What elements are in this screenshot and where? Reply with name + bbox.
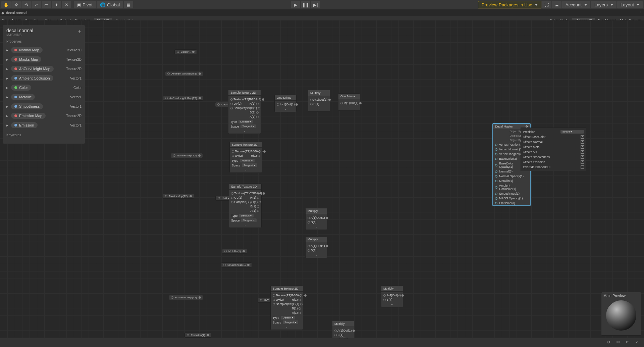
property-pill[interactable]: Smoothness xyxy=(11,103,43,109)
property-row[interactable]: ▸ Ambient Occlusion Vector1 xyxy=(6,73,82,83)
property-pill[interactable]: Metallic xyxy=(11,94,35,100)
pause-button[interactable]: ❚❚ xyxy=(301,1,310,8)
cloud-button[interactable]: ☁ xyxy=(552,1,561,8)
multiply-node[interactable]: Multiply A(1)Out(1) B(1)⌄ xyxy=(308,90,330,112)
property-row[interactable]: ▸ AoCurvHeight Map Texture2D xyxy=(6,64,82,73)
property-row[interactable]: ▸ Color Color xyxy=(6,83,82,92)
property-node-color[interactable]: Color(4) xyxy=(174,49,197,54)
collab-button[interactable]: ⛶ xyxy=(542,1,551,8)
property-row[interactable]: ▸ Metallic Vector1 xyxy=(6,92,82,102)
property-row[interactable]: ▸ Smoothness Vector1 xyxy=(6,102,82,111)
checkbox[interactable] xyxy=(581,140,584,144)
one-minus-node[interactable]: One Minus In(1)Out(1) ⌄ xyxy=(274,95,297,112)
pivot-button[interactable]: ▣ Pivot xyxy=(74,1,96,8)
checkbox[interactable] xyxy=(581,160,584,164)
master-settings-panel[interactable]: PrecisionInherit ▾Affect BaseColorAffect… xyxy=(521,128,586,171)
keywords-section: Keywords xyxy=(6,133,82,137)
property-node-masksmap[interactable]: Masks Map(T2) xyxy=(163,194,194,199)
property-node-aomap[interactable]: AoCurvHeight Map(T2) xyxy=(163,96,203,101)
hand-tool-button[interactable]: ✋ xyxy=(1,1,11,8)
checkbox[interactable] xyxy=(581,145,584,149)
blackboard-subtitle: MACHIN3 xyxy=(6,33,82,37)
expand-arrow[interactable]: ▸ xyxy=(6,123,9,128)
rect-tool-button[interactable]: ▭ xyxy=(42,1,51,8)
property-row[interactable]: ▸ Normal Map Texture2D xyxy=(6,45,82,55)
status-icon-1[interactable]: ⚙ xyxy=(607,340,612,345)
property-type: Texture2D xyxy=(66,58,82,61)
property-node-emap[interactable]: Emission Map(T2) xyxy=(169,295,203,300)
expand-arrow[interactable]: ▸ xyxy=(6,67,9,71)
sample-texture-node[interactable]: Sample Texture 2D Texture(T2)RGBA(4) UV(… xyxy=(229,142,262,173)
expand-arrow[interactable]: ▸ xyxy=(6,95,9,99)
property-pill[interactable]: Color xyxy=(11,85,31,91)
custom-tool-button[interactable]: ✕ xyxy=(62,1,71,8)
expand-arrow[interactable]: ▸ xyxy=(6,104,9,109)
property-pill[interactable]: Normal Map xyxy=(11,47,43,53)
move-tool-button[interactable]: ✥ xyxy=(11,1,21,8)
properties-section: Properties xyxy=(6,40,82,43)
global-button[interactable]: 🌐 Global xyxy=(97,1,123,8)
snap-button[interactable]: ▦ xyxy=(124,1,133,8)
sample-texture-node[interactable]: Sample Texture 2D Texture(T2)RGBA(4) UV(… xyxy=(270,286,303,330)
play-button[interactable]: ▶ xyxy=(291,1,300,8)
property-type: Texture2D xyxy=(66,114,82,118)
property-node-ao_prop[interactable]: Ambient Occlusion(1) xyxy=(165,71,203,76)
expand-arrow[interactable]: ▸ xyxy=(6,57,9,62)
main-toolbar: ✋ ✥ ⟲ ⤢ ▭ ✦ ✕ ▣ Pivot 🌐 Global ▦ ▶ ❚❚ ▶|… xyxy=(0,0,644,9)
scale-tool-button[interactable]: ⤢ xyxy=(32,1,41,8)
property-node-emiss[interactable]: Emission(1) xyxy=(184,333,211,338)
property-type: Texture2D xyxy=(66,67,82,71)
property-type: Vector1 xyxy=(70,77,82,80)
property-node-normalmap[interactable]: Normal Map(T2) xyxy=(171,153,203,158)
property-row[interactable]: ▸ Emission Map Texture2D xyxy=(6,111,82,120)
property-row[interactable]: ▸ Masks Map Texture2D xyxy=(6,55,82,64)
blackboard-panel[interactable]: + decal.normal MACHIN3 Properties ▸ Norm… xyxy=(3,25,85,144)
preview-packages-button[interactable]: Preview Packages in Use xyxy=(478,1,541,8)
expand-arrow[interactable]: ▸ xyxy=(6,48,9,52)
multiply-node[interactable]: Multiply A(4)Out(4) B(4)⌄ xyxy=(381,286,403,307)
property-pill[interactable]: AoCurvHeight Map xyxy=(11,66,54,72)
checkbox[interactable] xyxy=(581,135,584,139)
graph-canvas[interactable]: Color(4)Ambient Occlusion(1)AoCurvHeight… xyxy=(0,20,644,338)
main-preview-panel[interactable]: Main Preview xyxy=(601,292,641,336)
property-type: Vector1 xyxy=(70,95,82,99)
one-minus-node[interactable]: One Minus In(1)Out(1) ⌄ xyxy=(338,93,360,111)
transform-tool-button[interactable]: ✦ xyxy=(52,1,61,8)
property-pill[interactable]: Masks Map xyxy=(11,56,41,62)
multiply-node[interactable]: Multiply A(1)Out(1) B(1)⌄ xyxy=(305,208,327,230)
checkbox[interactable] xyxy=(581,150,584,154)
property-pill[interactable]: Emission xyxy=(11,122,38,128)
checkbox[interactable] xyxy=(581,165,584,169)
property-pill[interactable]: Emission Map xyxy=(11,113,46,119)
sample-texture-node[interactable]: Sample Texture 2D Texture(T2)RGBA(4) UV(… xyxy=(229,184,262,228)
add-property-button[interactable]: + xyxy=(78,29,82,36)
status-icon-3[interactable]: ⟳ xyxy=(626,340,631,345)
property-type: Texture2D xyxy=(66,48,82,52)
property-row[interactable]: ▸ Emission Vector1 xyxy=(6,120,82,130)
rotate-tool-button[interactable]: ⟲ xyxy=(21,1,31,8)
account-dropdown[interactable]: Account xyxy=(562,1,590,8)
layout-dropdown[interactable]: Layout xyxy=(617,1,643,8)
expand-arrow[interactable]: ▸ xyxy=(6,76,9,81)
property-type: Color xyxy=(73,86,82,90)
sample-texture-node[interactable]: Sample Texture 2D Texture(T2)RGBA(4) UV(… xyxy=(228,90,261,134)
property-type: Vector1 xyxy=(70,123,82,127)
property-node-metallic[interactable]: Metallic(1) xyxy=(222,249,247,254)
tab-title[interactable]: decal.normal xyxy=(6,11,27,15)
status-icon-2[interactable]: ✉ xyxy=(616,340,622,345)
multiply-node[interactable]: Multiply A(1)Out(1) B(1)⌄ xyxy=(305,236,327,258)
expand-arrow[interactable]: ▸ xyxy=(6,86,9,90)
blackboard-title: decal.normal xyxy=(6,28,82,33)
property-pill[interactable]: Ambient Occlusion xyxy=(11,75,53,81)
status-icon-4[interactable]: ✓ xyxy=(635,340,641,345)
tab-menu-icon[interactable]: ⋮ xyxy=(638,11,642,15)
tab-bar: ◆ decal.normal ⋮ xyxy=(0,9,644,16)
property-type: Vector1 xyxy=(70,105,82,108)
expand-arrow[interactable]: ▸ xyxy=(6,114,9,118)
layers-dropdown[interactable]: Layers xyxy=(591,1,616,8)
preview-sphere xyxy=(606,300,636,331)
graph-grid xyxy=(0,20,644,338)
checkbox[interactable] xyxy=(581,155,584,159)
property-node-smooth[interactable]: Smoothness(1) xyxy=(221,262,252,267)
step-button[interactable]: ▶| xyxy=(311,1,320,8)
